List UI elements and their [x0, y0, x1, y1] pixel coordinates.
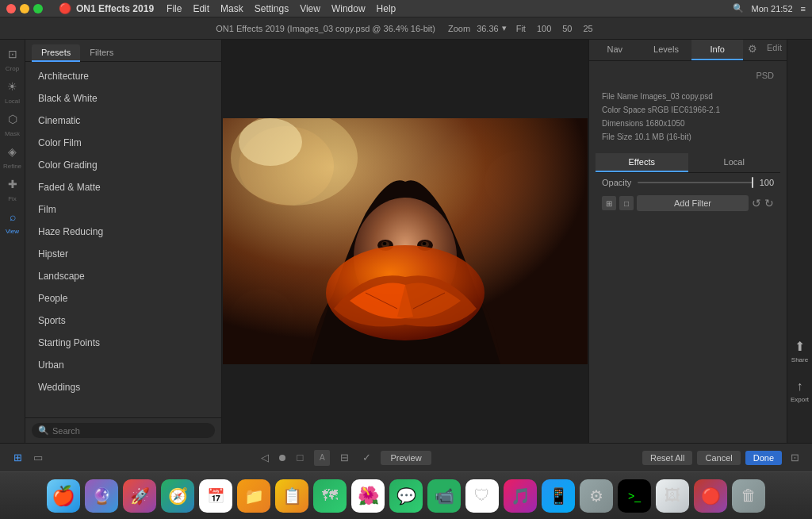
- layers-icon[interactable]: ⊞: [10, 450, 25, 466]
- done-button[interactable]: Done: [745, 451, 782, 465]
- preset-item-colorfilm[interactable]: Color Film: [25, 132, 221, 154]
- dimensions-row: Dimensions 1680x1050: [602, 117, 774, 130]
- dock-maps[interactable]: 🗺: [313, 479, 347, 513]
- preset-item-urban[interactable]: Urban: [25, 354, 221, 376]
- dock-launchpad[interactable]: 🚀: [123, 479, 156, 513]
- cancel-button[interactable]: Cancel: [697, 451, 740, 465]
- zoom-50[interactable]: 50: [559, 23, 575, 34]
- reset-all-button[interactable]: Reset All: [642, 451, 692, 465]
- canvas-area[interactable]: [222, 40, 588, 443]
- fix-tool[interactable]: ✚: [2, 173, 24, 195]
- tab-nav[interactable]: Nav: [589, 40, 641, 60]
- file-size-value: 10.1 MB (16-bit): [634, 133, 691, 141]
- opacity-slider[interactable]: [638, 182, 753, 183]
- frame-icon[interactable]: □: [292, 450, 308, 466]
- menu-file[interactable]: File: [167, 3, 182, 14]
- preset-item-fadedmatte[interactable]: Faded & Matte: [25, 176, 221, 198]
- fullscreen-icon[interactable]: ⊡: [787, 450, 802, 466]
- preset-item-sports[interactable]: Sports: [25, 309, 221, 332]
- menu-edit[interactable]: Edit: [193, 3, 209, 14]
- zoom-value-display[interactable]: 36.36 ▾: [477, 23, 507, 33]
- before-icon[interactable]: ◁: [257, 450, 273, 466]
- preset-item-startingpoints[interactable]: Starting Points: [25, 332, 221, 354]
- layer-icon-1[interactable]: ⊞: [602, 196, 616, 210]
- menu-view[interactable]: View: [300, 3, 320, 14]
- dock-preview[interactable]: 🖼: [656, 479, 689, 513]
- tool-local-group: ☀ Local: [2, 75, 24, 105]
- undo-button[interactable]: ↺: [752, 197, 761, 210]
- layer-icon-2[interactable]: □: [619, 196, 634, 210]
- right-tabs: Nav Levels Info ⚙ Edit: [589, 40, 787, 61]
- preset-item-people[interactable]: People: [25, 287, 221, 309]
- settings-icon[interactable]: ⚙: [743, 40, 762, 60]
- tool-crop-group: ⊡ Crop: [2, 43, 24, 72]
- zoom-100[interactable]: 100: [534, 23, 554, 34]
- dock-notes[interactable]: 📋: [275, 479, 308, 513]
- crop-tool[interactable]: ⊡: [2, 43, 24, 65]
- dock-photos[interactable]: 🌺: [351, 479, 385, 513]
- preset-item-hazereducing[interactable]: Haze Reducing: [25, 221, 221, 243]
- close-button[interactable]: [6, 4, 16, 13]
- dock-news[interactable]: 🛡: [465, 479, 499, 513]
- search-input[interactable]: [52, 426, 209, 436]
- menu-mask[interactable]: Mask: [220, 3, 243, 14]
- preset-item-cinematic[interactable]: Cinematic: [25, 110, 221, 132]
- app-logo: 🔴 ON1 Effects 2019: [59, 2, 154, 14]
- preset-item-colorgrading[interactable]: Color Grading: [25, 154, 221, 176]
- dock-appstore[interactable]: 📱: [542, 479, 575, 513]
- dock-messages[interactable]: 💬: [389, 479, 423, 513]
- preset-item-hipster[interactable]: Hipster: [25, 243, 221, 265]
- menu-window[interactable]: Window: [331, 3, 366, 14]
- dock-finder2[interactable]: 📁: [237, 479, 270, 513]
- dock-facetime[interactable]: 📹: [427, 479, 461, 513]
- menu-help[interactable]: Help: [377, 3, 396, 14]
- edit-label[interactable]: Edit: [762, 40, 787, 60]
- refine-tool[interactable]: ◈: [2, 140, 24, 163]
- dimensions-value: 1680x1050: [645, 119, 685, 128]
- export-button[interactable]: ↑ Export: [791, 379, 809, 403]
- local-tool[interactable]: ☀: [2, 75, 24, 98]
- dock-systemprefs[interactable]: ⚙: [580, 479, 613, 513]
- preset-item-architecture[interactable]: Architecture: [25, 65, 221, 87]
- preset-item-landscape[interactable]: Landscape: [25, 265, 221, 287]
- svg-point-11: [383, 242, 387, 245]
- dock-calendar[interactable]: 📅: [199, 479, 232, 513]
- dock-music[interactable]: 🎵: [504, 479, 537, 513]
- center-dot: [279, 455, 285, 461]
- checkmark-icon[interactable]: ✓: [358, 450, 374, 466]
- share-button[interactable]: ⬆ Share: [791, 339, 808, 363]
- text-icon[interactable]: A: [314, 450, 330, 466]
- dock-safari[interactable]: 🧭: [161, 479, 194, 513]
- clock: Mon 21:52: [752, 4, 793, 13]
- redo-button[interactable]: ↻: [764, 197, 774, 210]
- tab-effects[interactable]: Effects: [596, 153, 688, 172]
- zoom-25[interactable]: 25: [580, 23, 596, 34]
- mask-tool[interactable]: ⬡: [2, 108, 24, 130]
- preset-item-weddings[interactable]: Weddings: [25, 376, 221, 398]
- search-input-wrap: 🔍: [32, 423, 215, 438]
- dock-finder[interactable]: 🍎: [47, 479, 80, 513]
- view-label: View: [6, 228, 19, 235]
- tab-levels[interactable]: Levels: [641, 40, 692, 60]
- compare-icon[interactable]: ▭: [30, 450, 46, 466]
- view-tool[interactable]: ⌕: [2, 206, 24, 228]
- minimize-button[interactable]: [20, 4, 29, 13]
- preview-button[interactable]: Preview: [381, 451, 431, 465]
- tab-filters[interactable]: Filters: [80, 44, 123, 62]
- dock-terminal[interactable]: >_: [618, 479, 651, 513]
- preset-item-film[interactable]: Film: [25, 198, 221, 221]
- add-filter-button[interactable]: Add Filter: [637, 195, 749, 211]
- zoom-fit[interactable]: Fit: [513, 23, 529, 34]
- color-space-value: sRGB IEC61966-2.1: [648, 106, 720, 114]
- tab-local[interactable]: Local: [688, 153, 781, 172]
- menu-settings[interactable]: Settings: [255, 3, 289, 14]
- compare-split-icon[interactable]: ⊟: [336, 450, 352, 466]
- maximize-button[interactable]: [33, 4, 43, 13]
- dock-on1[interactable]: 🔴: [694, 479, 727, 513]
- tab-info[interactable]: Info: [691, 40, 743, 60]
- dock-siri[interactable]: 🔮: [85, 479, 118, 513]
- tab-presets[interactable]: Presets: [32, 44, 80, 62]
- zoom-dropdown-icon[interactable]: ▾: [502, 23, 507, 33]
- dock-trash[interactable]: 🗑: [732, 479, 765, 513]
- preset-item-bw[interactable]: Black & White: [25, 87, 221, 110]
